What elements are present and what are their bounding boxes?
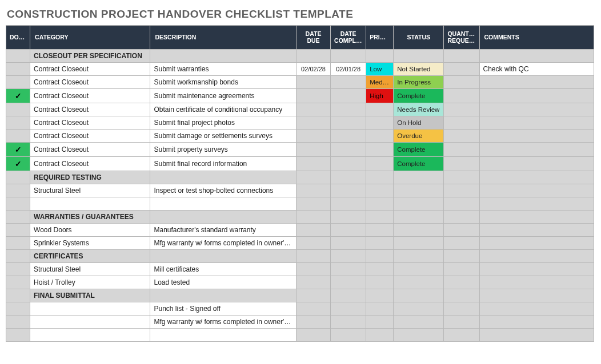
done-cell[interactable] bbox=[6, 211, 30, 224]
date-completed-cell[interactable] bbox=[331, 276, 366, 289]
quantity-cell[interactable] bbox=[444, 276, 479, 289]
comments-cell[interactable] bbox=[479, 263, 594, 276]
priority-cell[interactable]: High bbox=[366, 89, 394, 103]
comments-cell[interactable] bbox=[479, 76, 594, 89]
done-cell[interactable] bbox=[6, 250, 30, 263]
priority-cell[interactable] bbox=[366, 316, 394, 329]
done-cell[interactable] bbox=[6, 63, 30, 76]
date-completed-cell[interactable] bbox=[331, 157, 366, 171]
category-cell[interactable]: Contract Closeout bbox=[30, 63, 150, 76]
category-cell[interactable]: Sprinkler Systems bbox=[30, 237, 150, 250]
done-cell[interactable] bbox=[6, 184, 30, 197]
date-completed-cell[interactable] bbox=[331, 184, 366, 197]
description-cell[interactable] bbox=[150, 329, 296, 342]
comments-cell[interactable] bbox=[479, 143, 594, 157]
done-cell[interactable] bbox=[6, 237, 30, 250]
empty-cell[interactable] bbox=[296, 329, 330, 342]
done-cell[interactable] bbox=[6, 276, 30, 289]
category-cell[interactable]: Wood Doors bbox=[30, 224, 150, 237]
date-due-cell[interactable] bbox=[296, 116, 330, 130]
category-cell[interactable]: Contract Closeout bbox=[30, 103, 150, 116]
empty-cell[interactable] bbox=[296, 197, 330, 211]
date-due-cell[interactable] bbox=[296, 130, 330, 143]
status-cell[interactable] bbox=[394, 263, 444, 276]
done-cell[interactable] bbox=[6, 103, 30, 116]
description-cell[interactable]: Submit maintenance agreements bbox=[150, 89, 296, 103]
status-cell[interactable]: Not Started bbox=[394, 63, 444, 76]
priority-cell[interactable] bbox=[366, 143, 394, 157]
status-cell[interactable] bbox=[394, 276, 444, 289]
priority-cell[interactable] bbox=[366, 130, 394, 143]
priority-cell[interactable] bbox=[366, 224, 394, 237]
category-cell[interactable]: Contract Closeout bbox=[30, 116, 150, 130]
date-due-cell[interactable] bbox=[296, 316, 330, 329]
priority-cell[interactable] bbox=[366, 302, 394, 316]
comments-cell[interactable] bbox=[479, 184, 594, 197]
date-completed-cell[interactable] bbox=[331, 302, 366, 316]
quantity-cell[interactable] bbox=[444, 263, 479, 276]
date-due-cell[interactable] bbox=[296, 237, 330, 250]
empty-cell[interactable] bbox=[479, 197, 594, 211]
date-due-cell[interactable]: 02/02/28 bbox=[296, 63, 330, 76]
date-due-cell[interactable] bbox=[296, 157, 330, 171]
date-due-cell[interactable] bbox=[296, 263, 330, 276]
status-cell[interactable]: On Hold bbox=[394, 116, 444, 130]
date-completed-cell[interactable] bbox=[331, 263, 366, 276]
status-cell[interactable] bbox=[394, 302, 444, 316]
date-completed-cell[interactable] bbox=[331, 224, 366, 237]
done-cell[interactable] bbox=[6, 50, 30, 63]
empty-cell[interactable] bbox=[444, 197, 479, 211]
done-cell[interactable] bbox=[6, 197, 30, 211]
priority-cell[interactable] bbox=[366, 237, 394, 250]
done-cell[interactable] bbox=[6, 76, 30, 89]
description-cell[interactable]: Mfg warranty w/ forms completed in owner… bbox=[150, 237, 296, 250]
empty-cell[interactable] bbox=[394, 197, 444, 211]
category-cell[interactable]: Structural Steel bbox=[30, 263, 150, 276]
quantity-cell[interactable] bbox=[444, 184, 479, 197]
done-cell[interactable]: ✓ bbox=[6, 89, 30, 103]
done-cell[interactable] bbox=[6, 289, 30, 302]
category-cell[interactable]: Hoist / Trolley bbox=[30, 276, 150, 289]
status-cell[interactable] bbox=[394, 224, 444, 237]
date-due-cell[interactable] bbox=[296, 224, 330, 237]
category-cell[interactable] bbox=[30, 316, 150, 329]
date-due-cell[interactable] bbox=[296, 103, 330, 116]
description-cell[interactable]: Obtain certificate of conditional occupa… bbox=[150, 103, 296, 116]
description-cell[interactable] bbox=[150, 197, 296, 211]
status-cell[interactable]: Complete bbox=[394, 89, 444, 103]
done-cell[interactable] bbox=[6, 130, 30, 143]
empty-cell[interactable] bbox=[366, 197, 394, 211]
done-cell[interactable] bbox=[6, 316, 30, 329]
quantity-cell[interactable] bbox=[444, 143, 479, 157]
empty-cell[interactable] bbox=[444, 329, 479, 342]
description-cell[interactable]: Punch list - Signed off bbox=[150, 302, 296, 316]
status-cell[interactable]: Needs Review bbox=[394, 103, 444, 116]
date-completed-cell[interactable] bbox=[331, 130, 366, 143]
quantity-cell[interactable] bbox=[444, 224, 479, 237]
empty-cell[interactable] bbox=[479, 329, 594, 342]
category-cell[interactable] bbox=[30, 197, 150, 211]
status-cell[interactable]: Complete bbox=[394, 143, 444, 157]
comments-cell[interactable] bbox=[479, 276, 594, 289]
comments-cell[interactable] bbox=[479, 237, 594, 250]
status-cell[interactable] bbox=[394, 184, 444, 197]
priority-cell[interactable] bbox=[366, 157, 394, 171]
comments-cell[interactable] bbox=[479, 157, 594, 171]
description-cell[interactable]: Submit warranties bbox=[150, 63, 296, 76]
priority-cell[interactable] bbox=[366, 276, 394, 289]
status-cell[interactable] bbox=[394, 316, 444, 329]
date-completed-cell[interactable] bbox=[331, 237, 366, 250]
comments-cell[interactable]: Check with QC bbox=[479, 63, 594, 76]
date-due-cell[interactable] bbox=[296, 89, 330, 103]
date-due-cell[interactable] bbox=[296, 276, 330, 289]
description-cell[interactable]: Mfg warranty w/ forms completed in owner… bbox=[150, 316, 296, 329]
comments-cell[interactable] bbox=[479, 103, 594, 116]
done-cell[interactable]: ✓ bbox=[6, 157, 30, 171]
comments-cell[interactable] bbox=[479, 89, 594, 103]
quantity-cell[interactable] bbox=[444, 103, 479, 116]
description-cell[interactable]: Mill certificates bbox=[150, 263, 296, 276]
date-due-cell[interactable] bbox=[296, 302, 330, 316]
done-cell[interactable]: ✓ bbox=[6, 143, 30, 157]
date-due-cell[interactable] bbox=[296, 184, 330, 197]
quantity-cell[interactable] bbox=[444, 116, 479, 130]
